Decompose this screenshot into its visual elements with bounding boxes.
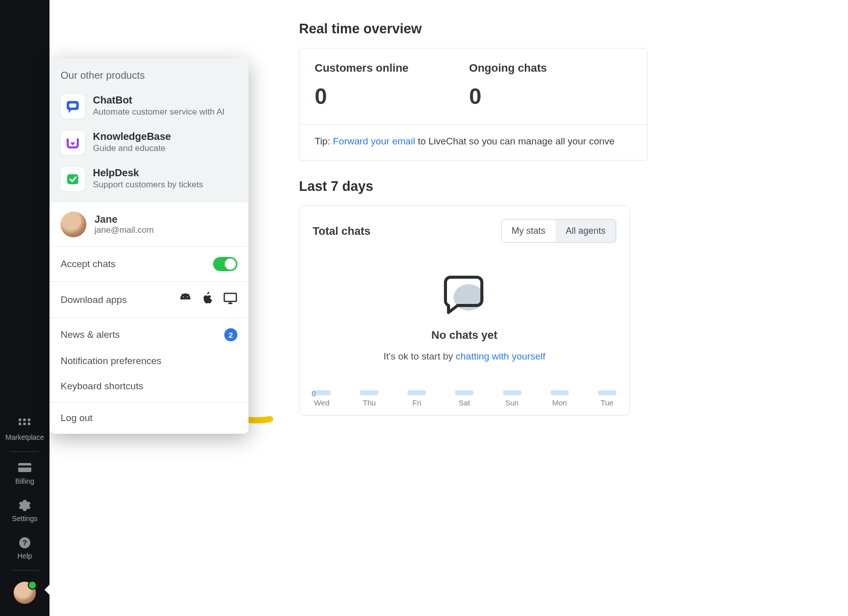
product-helpdesk[interactable]: HelpDesk Support customers by tickets	[61, 161, 237, 197]
svg-rect-12	[67, 174, 78, 184]
empty-state: No chats yet It's ok to start by chattin…	[313, 267, 616, 362]
tick-tue: Tue	[598, 390, 616, 407]
link-label: Log out	[61, 413, 92, 424]
user-name: Jane	[94, 214, 154, 225]
tick-sun: Sun	[503, 390, 521, 407]
card-icon	[18, 462, 32, 474]
svg-rect-2	[28, 419, 30, 421]
help-icon: ?	[18, 537, 32, 549]
link-label: Keyboard shortcuts	[61, 381, 143, 392]
link-label: News & alerts	[61, 329, 120, 340]
tick-sat: Sat	[455, 390, 473, 407]
svg-rect-1	[23, 419, 26, 421]
overview-card: Customers online 0 Ongoing chats 0 Tip: …	[299, 48, 647, 161]
svg-point-13	[183, 296, 184, 297]
android-icon[interactable]	[179, 292, 192, 307]
overview-tip: Tip: Forward your email to LiveChat so y…	[315, 136, 632, 147]
rail-settings[interactable]: Settings	[0, 492, 49, 530]
svg-rect-5	[28, 423, 30, 425]
forward-email-link[interactable]: Forward your email	[333, 136, 415, 146]
bar	[503, 390, 521, 395]
svg-text:?: ?	[22, 538, 27, 547]
rail-help[interactable]: ? Help	[0, 530, 49, 567]
svg-rect-15	[224, 293, 236, 301]
product-title: HelpDesk	[93, 167, 203, 179]
grid-icon	[18, 418, 32, 430]
rail-separator	[11, 570, 39, 571]
card-divider	[300, 124, 647, 125]
stat-value: 0	[469, 84, 547, 109]
rail-label: Billing	[15, 477, 34, 485]
chatbot-icon	[61, 94, 85, 119]
keyboard-shortcuts-link[interactable]: Keyboard shortcuts	[49, 374, 248, 399]
logout-link[interactable]: Log out	[49, 402, 248, 434]
apple-icon[interactable]	[202, 292, 213, 307]
product-desc: Support customers by tickets	[93, 180, 203, 190]
popup-products-section: Our other products ChatBot Automate cust…	[49, 59, 248, 202]
tick-fri: Fri	[408, 390, 426, 407]
helpdesk-icon	[61, 167, 85, 191]
empty-title: No chats yet	[431, 329, 497, 342]
bar	[598, 390, 616, 395]
rail-label: Settings	[12, 515, 38, 523]
svg-rect-0	[19, 419, 21, 421]
last7-card: Total chats My stats All agents No chats…	[299, 206, 630, 416]
chat-bubble-icon	[439, 267, 490, 320]
stat-ongoing: Ongoing chats 0	[469, 62, 547, 109]
seg-all-agents[interactable]: All agents	[556, 220, 616, 242]
accept-chats-row: Accept chats	[49, 247, 248, 282]
tip-prefix: Tip:	[315, 136, 333, 146]
stats-segment: My stats All agents	[501, 219, 616, 243]
y-axis-zero: 0	[312, 389, 316, 398]
user-email: jane@mail.com	[94, 225, 154, 235]
left-rail: Marketplace Billing Settings ? Help	[0, 0, 49, 616]
stat-value: 0	[315, 84, 409, 109]
accept-chats-toggle[interactable]	[213, 257, 237, 271]
rail-marketplace[interactable]: Marketplace	[0, 411, 49, 448]
download-apps-row: Download apps	[49, 282, 248, 318]
main-content: Real time overview Customers online 0 On…	[299, 21, 653, 416]
stat-label: Ongoing chats	[469, 62, 547, 75]
gear-icon	[18, 499, 32, 511]
bar	[551, 390, 569, 395]
download-apps-label: Download apps	[61, 294, 127, 305]
product-desc: Guide and educate	[93, 143, 171, 153]
svg-rect-4	[23, 423, 26, 425]
news-alerts-link[interactable]: News & alerts 2	[49, 321, 248, 348]
chat-yourself-link[interactable]: chatting with yourself	[456, 351, 545, 362]
product-chatbot[interactable]: ChatBot Automate customer service with A…	[61, 88, 237, 125]
tick-thu: Thu	[360, 390, 378, 407]
empty-text: It's ok to start by chatting with yourse…	[383, 351, 545, 362]
overview-title: Real time overview	[299, 21, 653, 37]
rail-label: Marketplace	[6, 433, 44, 441]
desktop-icon[interactable]	[223, 292, 237, 307]
link-label: Notification preferences	[61, 355, 162, 367]
stat-label: Customers online	[315, 62, 409, 75]
total-chats-label: Total chats	[313, 225, 371, 238]
chart-axis: 0 Wed Thu Fri Sat Sun Mon Tue	[313, 390, 616, 407]
product-knowledgebase[interactable]: KnowledgeBase Guide and educate	[61, 125, 237, 161]
bar	[360, 390, 378, 395]
profile-popup: Our other products ChatBot Automate cust…	[49, 59, 248, 434]
svg-rect-11	[69, 104, 76, 108]
rail-avatar[interactable]	[14, 582, 36, 604]
svg-rect-3	[19, 423, 21, 425]
rail-billing[interactable]: Billing	[0, 455, 49, 492]
notification-preferences-link[interactable]: Notification preferences	[49, 348, 248, 374]
avatar	[61, 212, 86, 237]
last7-title: Last 7 days	[299, 179, 653, 194]
product-title: KnowledgeBase	[93, 131, 171, 142]
user-info[interactable]: Jane jane@mail.com	[49, 202, 248, 247]
svg-point-14	[187, 296, 188, 297]
seg-my-stats[interactable]: My stats	[502, 220, 556, 242]
tip-suffix: to LiveChat so you can manage all your c…	[415, 136, 615, 146]
accept-chats-label: Accept chats	[61, 259, 116, 270]
product-title: ChatBot	[93, 94, 225, 106]
popup-products-title: Our other products	[61, 70, 237, 81]
product-desc: Automate customer service with AI	[93, 107, 225, 117]
bar	[408, 390, 426, 395]
popup-caret	[44, 584, 51, 596]
svg-rect-7	[18, 466, 31, 468]
rail-label: Help	[18, 552, 32, 560]
tick-mon: Mon	[551, 390, 569, 407]
